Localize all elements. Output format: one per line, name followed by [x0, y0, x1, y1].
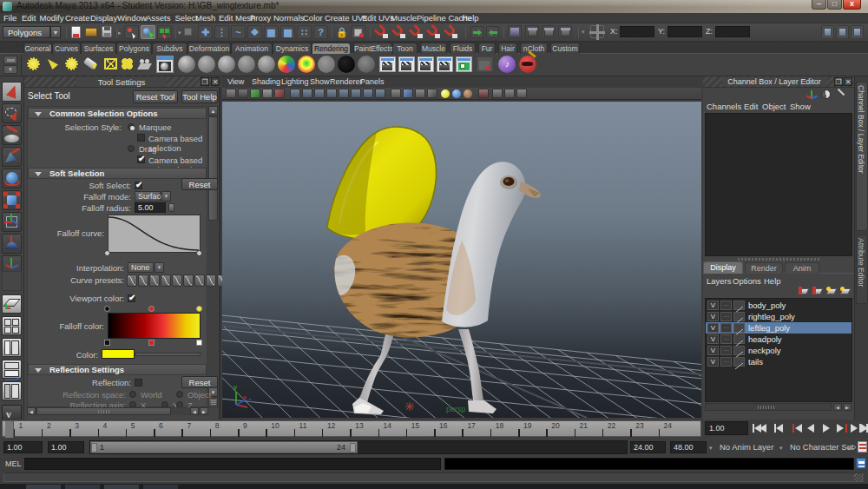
svg-text:z: z: [248, 396, 252, 404]
svg-text:persp: persp: [446, 405, 466, 413]
svg-text:x: x: [243, 393, 247, 401]
svg-text:y: y: [233, 383, 237, 391]
